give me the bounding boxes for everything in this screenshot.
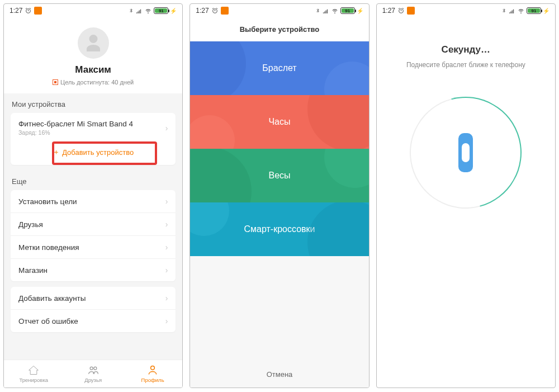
notification-icon: [407, 7, 415, 15]
statusbar: 1:27 91 ⚡: [377, 4, 555, 17]
nav-friends[interactable]: Друзья: [63, 360, 122, 388]
chevron-right-icon: ›: [165, 220, 168, 229]
cancel-button[interactable]: Отмена: [190, 361, 368, 388]
statusbar-time: 1:27: [382, 7, 395, 15]
phone-profile-screen: 1:27 91 ⚡ Максим Цель достигнута: 40 дне…: [3, 3, 183, 388]
phone-pairing-screen: 1:27 91 ⚡ Секунду… Поднесите браслет бли…: [376, 3, 556, 388]
battery-icon: 91: [340, 7, 355, 14]
pairing-spinner: [410, 97, 522, 209]
battery-icon: 91: [154, 7, 168, 14]
device-row[interactable]: Фитнес-браслет Mi Smart Band 4 Заряд: 16…: [11, 113, 176, 143]
chevron-right-icon: ›: [165, 124, 168, 133]
bluetooth-icon: [315, 7, 320, 14]
statusbar: 1:27 91 ⚡: [4, 4, 182, 17]
signal-icon: [322, 8, 329, 14]
wifi-icon: [517, 8, 525, 14]
battery-icon: 91: [527, 7, 541, 14]
statusbar: 1:27 91 ⚡: [190, 4, 368, 17]
plus-icon: ＋: [53, 147, 60, 157]
charging-icon: ⚡: [543, 8, 549, 14]
signal-icon: [135, 8, 143, 14]
pairing-subtitle: Поднесите браслет ближе к телефону: [406, 61, 525, 69]
profile-header: Максим Цель достигнута: 40 дней: [4, 17, 182, 93]
pairing-title: Секунду…: [442, 44, 490, 55]
notification-icon: [34, 7, 42, 15]
device-battery: Заряд: 16%: [18, 129, 133, 136]
home-icon: [28, 365, 39, 376]
phone-select-device-screen: 1:27 91 ⚡ Выберите устройство Браслет Ча…: [190, 3, 369, 388]
my-devices-section-title: Мои устройства: [4, 93, 182, 113]
avatar[interactable]: [78, 27, 109, 59]
bluetooth-icon: [129, 7, 134, 14]
bottom-navigation: Тренировка Друзья Профиль: [4, 360, 182, 388]
username: Максим: [4, 64, 182, 75]
select-device-title: Выберите устройство: [190, 17, 368, 41]
statusbar-time: 1:27: [10, 7, 22, 15]
nav-training[interactable]: Тренировка: [4, 360, 63, 388]
charging-icon: ⚡: [170, 8, 177, 14]
menu-bug-report[interactable]: Отчет об ошибке ›: [11, 309, 176, 332]
device-name: Фитнес-браслет Mi Smart Band 4: [18, 120, 133, 128]
chevron-right-icon: ›: [165, 294, 168, 303]
menu-friends[interactable]: Друзья ›: [11, 212, 176, 235]
device-tile-smart-shoes[interactable]: Смарт-кроссовки: [190, 202, 368, 256]
add-device-button[interactable]: ＋ Добавить устройство: [53, 147, 134, 157]
chevron-right-icon: ›: [165, 197, 168, 206]
goal-icon: [53, 79, 58, 85]
menu-set-goals[interactable]: Установить цели ›: [11, 190, 176, 212]
statusbar-time: 1:27: [196, 7, 209, 15]
chevron-right-icon: ›: [165, 266, 168, 275]
more-section-title: Еще: [4, 171, 182, 190]
menu-behavior-tags[interactable]: Метки поведения ›: [11, 235, 176, 258]
charging-icon: ⚡: [357, 8, 363, 14]
profile-icon: [147, 365, 158, 376]
signal-icon: [508, 8, 515, 14]
bluetooth-icon: [501, 7, 506, 14]
device-tile-scale[interactable]: Весы: [190, 149, 368, 202]
goal-text: Цель достигнута: 40 дней: [4, 79, 182, 86]
alarm-icon: [397, 7, 405, 15]
friends-icon: [88, 365, 99, 376]
notification-icon: [221, 7, 229, 15]
device-tile-bracelet[interactable]: Браслет: [190, 41, 368, 95]
menu-add-accounts[interactable]: Добавить аккаунты ›: [11, 287, 176, 309]
chevron-right-icon: ›: [165, 317, 168, 325]
bracelet-icon: [458, 133, 473, 172]
nav-profile[interactable]: Профиль: [123, 360, 182, 388]
alarm-icon: [25, 7, 32, 15]
wifi-icon: [331, 8, 339, 14]
chevron-right-icon: ›: [165, 243, 168, 252]
alarm-icon: [211, 7, 219, 15]
device-tile-watch[interactable]: Часы: [190, 95, 368, 149]
menu-store[interactable]: Магазин ›: [11, 258, 176, 281]
wifi-icon: [144, 8, 152, 14]
